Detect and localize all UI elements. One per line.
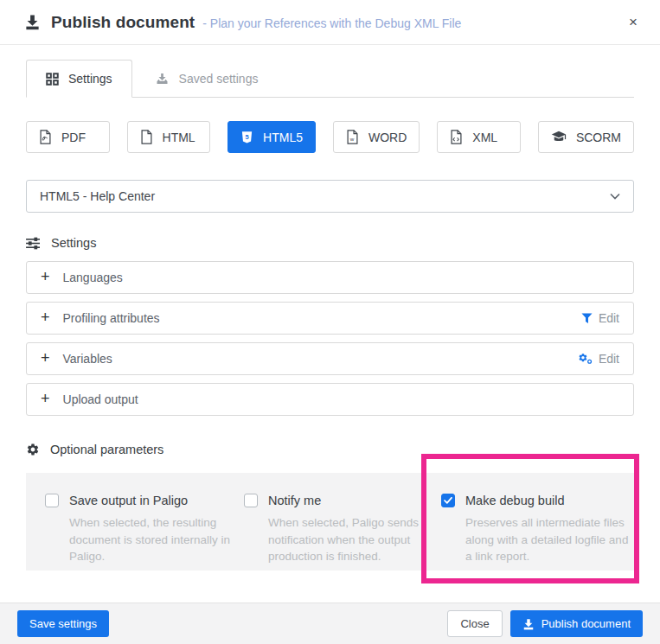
publish-icon bbox=[24, 14, 41, 30]
html-file-icon bbox=[140, 130, 153, 144]
format-label: PDF bbox=[61, 131, 86, 144]
option-make-debug-build: Make debug build Preserves all intermedi… bbox=[441, 494, 634, 571]
dialog-header: Publish document - Plan your References … bbox=[0, 0, 660, 45]
format-selector: PDF HTML 5 HTML5 w bbox=[26, 121, 634, 153]
option-description: When selected, the resulting document is… bbox=[69, 514, 239, 565]
option-description: Preserves all intermediate files along w… bbox=[465, 514, 634, 565]
save-settings-button[interactable]: Save settings bbox=[17, 610, 109, 637]
profiling-edit-button[interactable]: Edit bbox=[581, 311, 619, 325]
settings-heading-label: Settings bbox=[51, 236, 96, 250]
format-label: WORD bbox=[368, 131, 407, 144]
option-description: When selected, Paligo sends notification… bbox=[268, 514, 438, 565]
option-notify-me: Notify me When selected, Paligo sends no… bbox=[244, 494, 441, 571]
dialog-subtitle: - Plan your References with the Debug XM… bbox=[202, 14, 461, 30]
publish-button-label: Publish document bbox=[541, 617, 631, 630]
close-button[interactable]: Close bbox=[447, 610, 502, 637]
gear-icon bbox=[26, 443, 40, 456]
xml-file-icon bbox=[450, 130, 463, 144]
accordion-label: Profiling attributes bbox=[63, 311, 160, 325]
format-html-button[interactable]: HTML bbox=[127, 121, 211, 153]
close-icon[interactable]: × bbox=[629, 15, 638, 29]
option-label: Save output in Paligo bbox=[69, 494, 188, 507]
notify-me-checkbox[interactable] bbox=[244, 494, 258, 507]
html5-icon: 5 bbox=[240, 130, 253, 144]
scorm-cap-icon bbox=[551, 131, 567, 143]
svg-text:5: 5 bbox=[246, 133, 249, 141]
sliders-icon bbox=[26, 237, 41, 250]
check-icon bbox=[444, 497, 452, 504]
format-label: HTML bbox=[163, 131, 195, 144]
tab-label: Saved settings bbox=[179, 72, 259, 86]
chevron-down-icon bbox=[610, 193, 620, 200]
optional-parameters-panel: Save output in Paligo When selected, the… bbox=[26, 473, 634, 571]
format-pdf-button[interactable]: PDF bbox=[26, 121, 110, 153]
option-save-output: Save output in Paligo When selected, the… bbox=[45, 494, 244, 571]
format-label: SCORM bbox=[576, 131, 621, 144]
tab-label: Settings bbox=[68, 72, 112, 86]
accordion-label: Variables bbox=[63, 352, 112, 366]
accordion-languages[interactable]: + Languages bbox=[26, 261, 634, 294]
saved-settings-icon bbox=[155, 72, 170, 86]
format-scorm-button[interactable]: SCORM bbox=[538, 121, 634, 153]
tab-saved-settings[interactable]: Saved settings bbox=[132, 60, 281, 97]
format-html5-button[interactable]: 5 HTML5 bbox=[227, 121, 316, 153]
optional-heading-label: Optional parameters bbox=[50, 443, 163, 456]
format-label: XML bbox=[472, 131, 497, 144]
format-word-button[interactable]: w WORD bbox=[333, 121, 420, 153]
cogs-icon bbox=[578, 353, 593, 365]
settings-accordion: + Languages + Profiling attributes Edit … bbox=[26, 261, 634, 416]
dialog-title: Publish document bbox=[51, 13, 195, 32]
publish-document-button[interactable]: Publish document bbox=[510, 610, 643, 637]
output-preset-select[interactable]: HTML5 - Help Center bbox=[26, 180, 634, 213]
plus-icon: + bbox=[41, 391, 50, 406]
edit-label: Edit bbox=[599, 311, 619, 325]
publish-document-dialog: Publish document - Plan your References … bbox=[0, 0, 660, 644]
tab-settings[interactable]: Settings bbox=[26, 60, 132, 98]
accordion-label: Languages bbox=[63, 271, 123, 284]
accordion-upload-output[interactable]: + Upload output bbox=[26, 383, 634, 416]
word-file-icon: w bbox=[346, 130, 359, 144]
pdf-file-icon bbox=[39, 130, 52, 144]
format-xml-button[interactable]: XML bbox=[437, 121, 521, 153]
accordion-variables[interactable]: + Variables Edit bbox=[26, 342, 634, 375]
option-label: Make debug build bbox=[465, 494, 564, 507]
plus-icon: + bbox=[41, 350, 50, 366]
settings-section-heading: Settings bbox=[26, 236, 634, 250]
grid-icon bbox=[46, 73, 59, 86]
preset-value: HTML5 - Help Center bbox=[40, 189, 155, 203]
optional-parameters-heading: Optional parameters bbox=[26, 443, 634, 456]
dialog-footer: Save settings Close Publish document bbox=[0, 603, 660, 644]
svg-text:w: w bbox=[349, 136, 355, 142]
plus-icon: + bbox=[41, 309, 50, 325]
publish-icon bbox=[522, 618, 535, 630]
make-debug-build-checkbox[interactable] bbox=[441, 494, 455, 507]
accordion-profiling-attributes[interactable]: + Profiling attributes Edit bbox=[26, 302, 634, 335]
edit-label: Edit bbox=[599, 352, 619, 366]
accordion-label: Upload output bbox=[63, 392, 138, 406]
plus-icon: + bbox=[41, 269, 50, 284]
tab-bar: Settings Saved settings bbox=[26, 60, 634, 98]
format-label: HTML5 bbox=[263, 131, 303, 144]
variables-edit-button[interactable]: Edit bbox=[578, 352, 619, 366]
save-output-checkbox[interactable] bbox=[45, 494, 59, 507]
filter-icon bbox=[581, 313, 593, 324]
option-label: Notify me bbox=[268, 494, 321, 507]
